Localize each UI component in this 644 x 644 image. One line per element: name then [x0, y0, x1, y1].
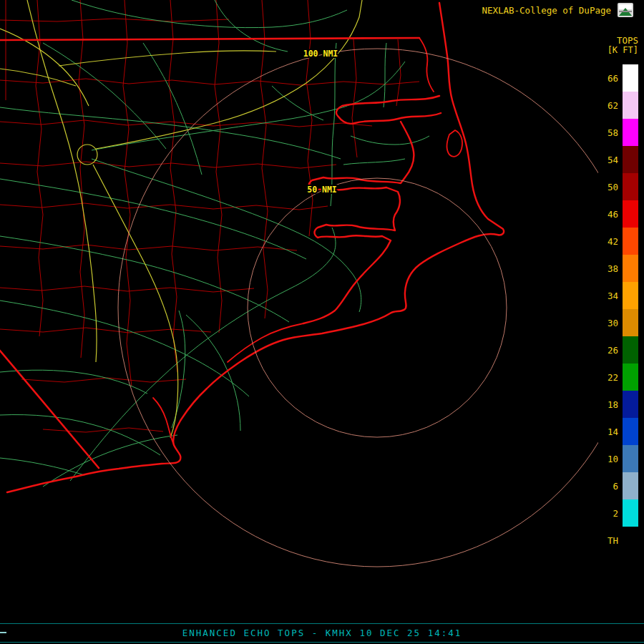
legend-entry-swatch — [623, 255, 638, 282]
status-text: ENHANCED ECHO TOPS - KMHX 10 DEC 25 14:4… — [0, 628, 644, 638]
legend-entry-label: 22 — [601, 372, 618, 383]
legend-entry-label: 58 — [601, 127, 618, 138]
ring-label-outer: 100 NMI — [303, 49, 338, 59]
legend-entry: 46 — [601, 200, 638, 228]
legend-entry-label: 10 — [601, 454, 618, 464]
legend-entry-label: 54 — [601, 155, 618, 165]
legend-units: [K FT] — [608, 45, 638, 55]
cape-fear-river — [153, 398, 174, 445]
legend-entry-label: 46 — [601, 209, 618, 220]
currituck-sound-shore — [419, 38, 434, 92]
legend-entry-label: 42 — [601, 236, 618, 247]
legend-entry-swatch — [623, 336, 638, 364]
legend-entry-label: TH — [601, 535, 618, 546]
legend-entry: 38 — [601, 255, 638, 282]
legend-entry-label: 2 — [601, 508, 618, 519]
legend-entry-swatch — [623, 200, 638, 228]
legend-scale: 66625854504642383430262218141062TH — [601, 64, 638, 554]
legend-entry: 26 — [601, 336, 638, 364]
legend-entry-label: 6 — [601, 481, 618, 492]
legend-entry-label: 34 — [601, 291, 618, 301]
legend-entry: 62 — [601, 92, 638, 119]
ring-labels: 50 NMI 100 NMI — [303, 49, 338, 195]
legend-entry: 42 — [601, 228, 638, 255]
legend-entry: 58 — [601, 119, 638, 146]
status-divider-top — [0, 623, 644, 624]
bogue-sound-shore — [228, 323, 303, 362]
range-rings — [118, 49, 636, 567]
legend-title: TOPS — [617, 35, 638, 46]
legend-entry-label: 14 — [601, 426, 618, 437]
legend-entry-label: 26 — [601, 345, 618, 356]
range-ring-inner — [248, 178, 507, 437]
legend-entry-swatch — [623, 499, 638, 527]
range-ring-outer — [118, 49, 636, 567]
legend-entry-swatch — [623, 364, 638, 391]
legend-entry-swatch — [623, 282, 638, 309]
legend-entry-swatch — [623, 309, 638, 336]
status-left-tick — [0, 632, 6, 633]
legend-entry: 50 — [601, 173, 638, 200]
status-divider-bottom — [0, 642, 644, 643]
legend-entry: 34 — [601, 282, 638, 309]
legend-entry-swatch — [623, 445, 638, 472]
legend-entry: 66 — [601, 64, 638, 92]
nc-sc-border — [0, 351, 99, 468]
legend-entry: 30 — [601, 309, 638, 336]
legend-entry-label: 18 — [601, 399, 618, 410]
legend-entry: 6 — [601, 472, 638, 499]
legend-entry-label: 50 — [601, 182, 618, 192]
legend-entry-swatch — [623, 472, 638, 499]
legend-entry-swatch — [623, 64, 638, 92]
legend-entry-swatch — [623, 92, 638, 119]
legend-entry-swatch — [623, 228, 638, 255]
ring-label-inner: 50 NMI — [307, 185, 337, 195]
legend-entry-swatch — [623, 527, 638, 554]
legend-entry-label: 30 — [601, 318, 618, 328]
legend-entry: 18 — [601, 391, 638, 418]
legend-entry-swatch — [623, 146, 638, 173]
legend-entry-swatch — [623, 418, 638, 445]
road-lines — [0, 0, 429, 487]
radar-map: 50 NMI 100 NMI — [0, 0, 644, 644]
legend-entry: 54 — [601, 146, 638, 173]
cod-logo-icon — [617, 2, 634, 18]
legend-entry-swatch — [623, 119, 638, 146]
roanoke-island — [447, 130, 462, 157]
legend-entry-swatch — [623, 391, 638, 418]
legend-entry: 14 — [601, 418, 638, 445]
va-nc-border — [0, 38, 419, 40]
legend-entry: 10 — [601, 445, 638, 472]
legend-entry: 2 — [601, 499, 638, 527]
brand-text: NEXLAB-College of DuPage — [482, 5, 611, 16]
outer-banks-and-south-coast — [7, 3, 504, 492]
radar-viewer: 50 NMI 100 NMI NEXLAB-College of DuPage … — [0, 0, 644, 644]
legend-entry: TH — [601, 527, 638, 554]
legend-entry: 22 — [601, 364, 638, 391]
legend-entry-label: 38 — [601, 263, 618, 274]
pamlico-shore-rivers — [303, 122, 414, 323]
legend-entry-swatch — [623, 173, 638, 200]
legend-entry-label: 66 — [601, 73, 618, 84]
legend-entry-label: 62 — [601, 100, 618, 111]
